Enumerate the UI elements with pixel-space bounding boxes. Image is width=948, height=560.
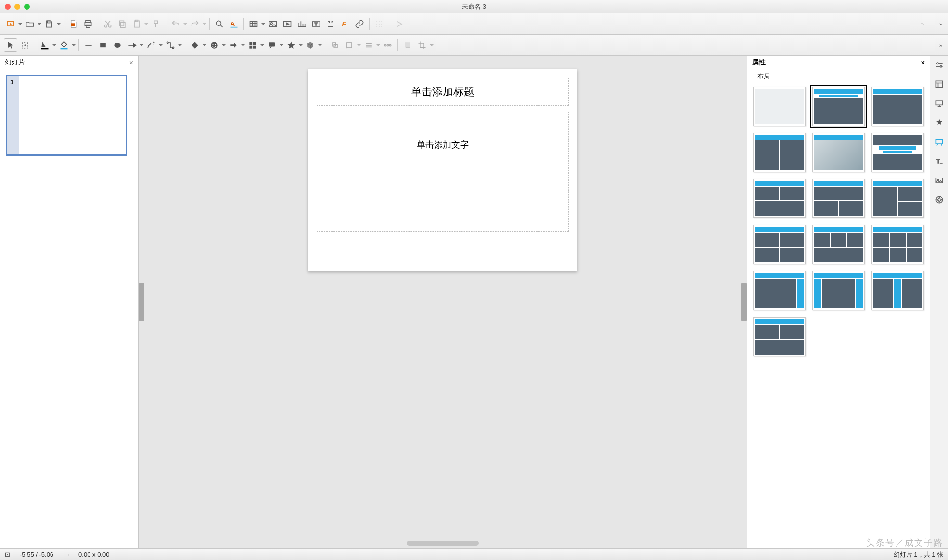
flowchart-dropdown[interactable] bbox=[260, 42, 264, 48]
zoom-pan-button[interactable] bbox=[18, 38, 32, 52]
layout-centered[interactable] bbox=[871, 133, 924, 172]
fontwork-button[interactable]: F bbox=[338, 17, 352, 31]
align-dropdown[interactable] bbox=[357, 42, 361, 48]
callout-dropdown[interactable] bbox=[280, 42, 283, 48]
title-placeholder[interactable]: 单击添加标题 bbox=[317, 78, 569, 106]
layout-2x2[interactable] bbox=[753, 225, 806, 264]
layout-title-only[interactable] bbox=[871, 87, 924, 126]
display-grid-button[interactable] bbox=[372, 17, 386, 31]
connector-button[interactable] bbox=[164, 38, 177, 52]
cut-button[interactable] bbox=[101, 17, 115, 31]
layout-one-over-two[interactable] bbox=[812, 179, 865, 218]
paste-dropdown[interactable] bbox=[144, 21, 148, 27]
print-button[interactable] bbox=[81, 17, 95, 31]
line-arrow-dropdown[interactable] bbox=[140, 42, 143, 48]
find-button[interactable] bbox=[213, 17, 226, 31]
sidebar-properties-icon[interactable] bbox=[933, 78, 946, 90]
close-window-button[interactable] bbox=[5, 4, 11, 10]
save-button[interactable] bbox=[42, 17, 56, 31]
ellipse-button[interactable] bbox=[111, 38, 124, 52]
layout-v2[interactable] bbox=[812, 271, 865, 310]
sidebar-styles-icon[interactable]: T bbox=[933, 155, 946, 167]
new-button[interactable] bbox=[4, 17, 17, 31]
layout-3x2[interactable] bbox=[871, 225, 924, 264]
star-button[interactable] bbox=[284, 38, 298, 52]
open-button[interactable] bbox=[23, 17, 37, 31]
layout-3-top-1[interactable] bbox=[812, 225, 865, 264]
toolbar-overflow-2[interactable]: » bbox=[936, 21, 944, 27]
rectangle-button[interactable] bbox=[96, 38, 110, 52]
paste-button[interactable] bbox=[130, 17, 143, 31]
slide-editor[interactable]: 单击添加标题 单击添加文字 bbox=[308, 69, 577, 271]
arrange-button[interactable] bbox=[362, 38, 375, 52]
layout-two-content[interactable] bbox=[753, 133, 806, 172]
symbol-shapes-button[interactable] bbox=[207, 38, 221, 52]
media-button[interactable] bbox=[281, 17, 294, 31]
fill-color-button[interactable] bbox=[57, 38, 71, 52]
distribute-button[interactable] bbox=[381, 38, 395, 52]
clone-formatting-button[interactable] bbox=[149, 17, 163, 31]
properties-panel-close-icon[interactable]: × bbox=[921, 59, 925, 66]
horizontal-scrollbar[interactable] bbox=[407, 541, 479, 546]
layout-v4[interactable] bbox=[753, 317, 806, 356]
undo-dropdown[interactable] bbox=[183, 21, 187, 27]
crop-button[interactable] bbox=[415, 38, 429, 52]
open-dropdown[interactable] bbox=[38, 21, 41, 27]
line-color-dropdown[interactable] bbox=[52, 42, 56, 48]
panel-collapse-left[interactable] bbox=[139, 283, 144, 321]
line-button[interactable] bbox=[82, 38, 95, 52]
block-arrows-dropdown[interactable] bbox=[241, 42, 245, 48]
textbox-button[interactable]: T bbox=[309, 17, 323, 31]
align-button[interactable] bbox=[343, 38, 356, 52]
copy-button[interactable] bbox=[115, 17, 129, 31]
slide-thumbnail-1[interactable]: 1 bbox=[6, 75, 127, 156]
drawing-toolbar-overflow[interactable]: » bbox=[936, 42, 944, 48]
rotate-button[interactable] bbox=[328, 38, 342, 52]
undo-button[interactable] bbox=[169, 17, 182, 31]
block-arrows-button[interactable] bbox=[227, 38, 240, 52]
redo-dropdown[interactable] bbox=[203, 21, 206, 27]
slides-panel-close-icon[interactable]: × bbox=[129, 59, 133, 66]
chart-button[interactable] bbox=[295, 17, 308, 31]
export-pdf-button[interactable] bbox=[67, 17, 80, 31]
filter-dropdown[interactable] bbox=[430, 42, 434, 48]
slide-canvas[interactable]: 单击添加标题 单击添加文字 bbox=[139, 56, 747, 548]
star-dropdown[interactable] bbox=[299, 42, 303, 48]
start-presentation-button[interactable] bbox=[392, 17, 406, 31]
layout-left-two-right[interactable] bbox=[871, 179, 924, 218]
new-dropdown[interactable] bbox=[18, 21, 22, 27]
zoom-window-button[interactable] bbox=[24, 4, 30, 10]
sidebar-settings-icon[interactable] bbox=[933, 59, 946, 71]
layout-blank[interactable] bbox=[753, 87, 806, 126]
layout-section-title[interactable]: − 布局 bbox=[752, 72, 925, 81]
special-char-button[interactable] bbox=[324, 17, 337, 31]
layout-two-over-one[interactable] bbox=[753, 179, 806, 218]
curve-dropdown[interactable] bbox=[159, 42, 163, 48]
symbol-shapes-dropdown[interactable] bbox=[222, 42, 226, 48]
image-button[interactable] bbox=[266, 17, 280, 31]
3d-objects-button[interactable] bbox=[304, 38, 317, 52]
arrange-dropdown[interactable] bbox=[376, 42, 380, 48]
basic-shapes-dropdown[interactable] bbox=[203, 42, 206, 48]
redo-button[interactable] bbox=[188, 17, 202, 31]
curve-button[interactable] bbox=[144, 38, 158, 52]
panel-collapse-right[interactable] bbox=[741, 283, 747, 321]
sidebar-gallery-icon[interactable] bbox=[933, 174, 946, 187]
layout-title-content[interactable] bbox=[812, 87, 865, 126]
sidebar-navigator-icon[interactable] bbox=[933, 193, 946, 206]
save-dropdown[interactable] bbox=[57, 21, 61, 27]
sidebar-master-slides-icon[interactable] bbox=[933, 136, 946, 148]
flowchart-button[interactable] bbox=[246, 38, 259, 52]
line-arrow-button[interactable] bbox=[125, 38, 139, 52]
select-tool-button[interactable] bbox=[4, 38, 17, 52]
toolbar-overflow-1[interactable]: » bbox=[918, 21, 926, 27]
sidebar-animation-icon[interactable] bbox=[933, 116, 946, 129]
shadow-button[interactable] bbox=[401, 38, 414, 52]
content-placeholder[interactable]: 单击添加文字 bbox=[317, 112, 569, 232]
fill-color-dropdown[interactable] bbox=[72, 42, 76, 48]
hyperlink-button[interactable] bbox=[353, 17, 366, 31]
table-button[interactable] bbox=[247, 17, 260, 31]
table-dropdown[interactable] bbox=[261, 21, 265, 27]
minimize-window-button[interactable] bbox=[14, 4, 20, 10]
layout-v3[interactable] bbox=[871, 271, 924, 310]
